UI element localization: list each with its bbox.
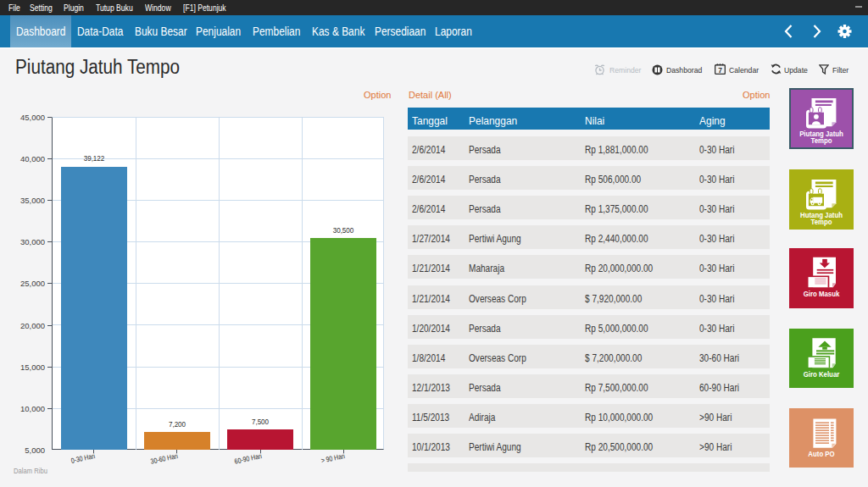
svg-text:7: 7: [718, 66, 722, 75]
